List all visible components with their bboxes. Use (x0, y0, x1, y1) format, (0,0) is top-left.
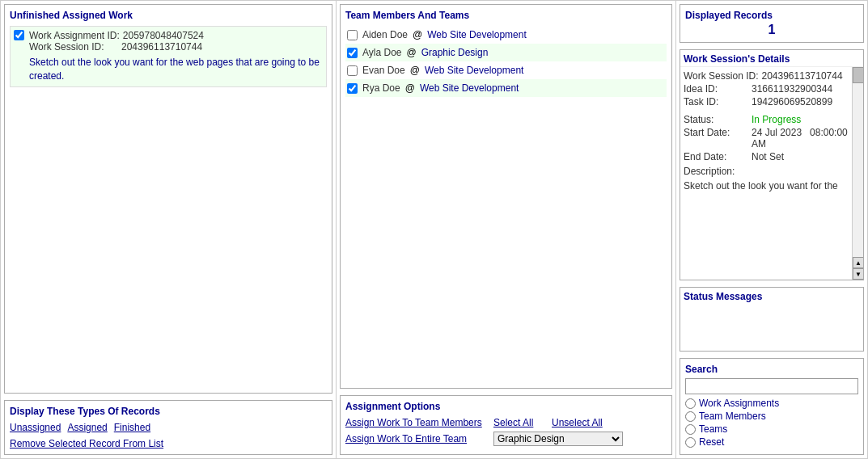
middle-panel: Team Members And Teams Aiden Doe @ Web S… (337, 1, 676, 458)
scrollbar-track[interactable]: ▲ ▼ (852, 67, 863, 280)
radio-work-assignments-input[interactable] (685, 398, 696, 409)
session-end-date-value: Not Set (752, 151, 784, 162)
session-status-row: Status: In Progress (684, 114, 849, 125)
team-members-section: Team Members And Teams Aiden Doe @ Web S… (340, 4, 672, 389)
member-team-3: Web Site Development (420, 82, 519, 94)
member-checkbox-1[interactable] (347, 48, 358, 58)
work-assignment-id: 205978048407524 (123, 30, 204, 41)
work-session-details-section: Work Session's Details Work Session ID: … (680, 49, 864, 280)
session-idea-id-row: Idea ID: 316611932900344 (684, 83, 849, 95)
scrollbar-up-btn[interactable]: ▲ (853, 257, 863, 268)
work-session-label: Work Session ID: (29, 41, 118, 53)
member-name-1: Ayla Doe (362, 47, 401, 58)
session-start-date-value: 24 Jul 2023 08:00:00 AM (752, 127, 849, 149)
assign-work-members-link[interactable]: Assign Work To Team Members (345, 417, 487, 428)
member-at-1: @ (406, 47, 416, 58)
right-panel: Displayed Records 1 Work Session's Detai… (676, 1, 867, 458)
radio-work-assignments: Work Assignments (685, 398, 858, 409)
displayed-records-title: Displayed Records (685, 10, 858, 21)
member-name-2: Evan Doe (362, 65, 405, 76)
work-session-id-value: 204396113710744 (121, 41, 202, 53)
work-session-title: Work Session's Details (680, 50, 863, 67)
left-panel: Unfinished Assigned Work Work Assignment… (1, 1, 337, 458)
unfinished-work-section: Unfinished Assigned Work Work Assignment… (4, 4, 332, 394)
radio-team-members-input[interactable] (685, 411, 696, 422)
member-at-3: @ (405, 82, 415, 94)
session-task-id-label: Task ID: (684, 96, 748, 107)
unselect-all-link[interactable]: Unselect All (552, 417, 603, 428)
record-type-links: Unassigned Assigned Finished (10, 422, 327, 433)
assigned-link[interactable]: Assigned (67, 422, 107, 433)
unassigned-link[interactable]: Unassigned (10, 422, 61, 433)
status-messages-section: Status Messages (680, 287, 864, 352)
member-checkbox-3[interactable] (347, 83, 358, 94)
member-checkbox-0[interactable] (347, 30, 358, 40)
list-item: Aiden Doe @ Web Site Development (345, 26, 667, 44)
work-assignment-row: Work Assignment ID: 205978048407524 (29, 30, 323, 41)
search-title: Search (685, 364, 858, 375)
assign-work-team-link[interactable]: Assign Work To Entire Team (345, 433, 487, 444)
search-section: Search Work Assignments Team Members Tea… (680, 358, 864, 455)
session-description-preview: Sketch out the look you want for the (684, 180, 849, 192)
session-description-label: Description: (684, 166, 735, 177)
member-at-0: @ (413, 29, 422, 40)
session-start-date-label: Start Date: (684, 127, 748, 149)
session-idea-id-label: Idea ID: (684, 83, 748, 95)
radio-team-members: Team Members (685, 411, 858, 422)
assign-members-row: Assign Work To Team Members Select All U… (345, 417, 667, 428)
work-session-scrollable[interactable]: Work Session ID: 204396113710744 Idea ID… (684, 70, 860, 276)
work-item-row: Work Assignment ID: 205978048407524 Work… (14, 30, 323, 83)
session-start-date: 24 Jul 2023 (752, 127, 802, 138)
list-item: Evan Doe @ Web Site Development (345, 61, 667, 79)
display-types-section: Display These Types Of Records Unassigne… (4, 400, 332, 455)
session-status-label: Status: (684, 114, 748, 125)
unfinished-work-title: Unfinished Assigned Work (10, 10, 327, 21)
radio-teams-label: Teams (699, 423, 727, 435)
radio-team-members-label: Team Members (699, 411, 766, 422)
session-start-date-row: Start Date: 24 Jul 2023 08:00:00 AM (684, 127, 849, 149)
list-item: Ayla Doe @ Graphic Design (345, 44, 667, 61)
radio-teams: Teams (685, 423, 858, 435)
session-ws-id-row: Work Session ID: 204396113710744 (684, 70, 849, 82)
remove-selected-link[interactable]: Remove Selected Record From List (10, 438, 327, 449)
display-types-title: Display These Types Of Records (10, 406, 327, 417)
status-messages-title: Status Messages (684, 291, 860, 302)
radio-teams-input[interactable] (685, 424, 696, 435)
radio-reset-label: Reset (699, 436, 724, 448)
work-item-details: Work Assignment ID: 205978048407524 Work… (29, 30, 323, 83)
member-team-2: Web Site Development (425, 65, 524, 76)
displayed-records-section: Displayed Records 1 (680, 4, 864, 43)
session-task-id-row: Task ID: 194296069520899 (684, 96, 849, 107)
scrollbar-down-btn[interactable]: ▼ (853, 268, 863, 280)
assign-team-row: Assign Work To Entire Team Graphic Desig… (345, 432, 667, 446)
assignment-options-title: Assignment Options (345, 401, 667, 412)
work-description: Sketch out the look you want for the web… (29, 56, 323, 83)
select-all-link[interactable]: Select All (493, 417, 533, 428)
session-ws-id-value: 204396113710744 (761, 70, 842, 82)
session-end-date-label: End Date: (684, 151, 748, 162)
member-name-0: Aiden Doe (362, 29, 408, 40)
finished-link[interactable]: Finished (114, 422, 150, 433)
member-checkbox-2[interactable] (347, 65, 358, 76)
team-dropdown[interactable]: Graphic Design Web Site Development (493, 432, 623, 446)
session-idea-id-value: 316611932900344 (752, 83, 832, 95)
work-session-row: Work Session ID: 204396113710744 (29, 41, 323, 53)
radio-work-assignments-label: Work Assignments (699, 398, 779, 409)
member-at-2: @ (410, 65, 420, 76)
work-item-checkbox[interactable] (14, 30, 24, 40)
assignment-options-section: Assignment Options Assign Work To Team M… (340, 395, 672, 455)
list-item: Rya Doe @ Web Site Development (345, 79, 667, 97)
work-session-content: Work Session ID: 204396113710744 Idea ID… (680, 67, 863, 280)
session-ws-id-label: Work Session ID: (684, 70, 758, 82)
member-name-3: Rya Doe (362, 82, 400, 94)
displayed-records-count: 1 (685, 23, 858, 37)
work-assignment-label: Work Assignment ID: (29, 30, 120, 41)
scrollbar-thumb (853, 67, 863, 83)
work-item: Work Assignment ID: 205978048407524 Work… (10, 26, 327, 87)
search-input[interactable] (685, 378, 858, 394)
radio-reset: Reset (685, 436, 858, 448)
team-members-title: Team Members And Teams (345, 10, 667, 21)
radio-reset-input[interactable] (685, 437, 696, 448)
session-status-value: In Progress (752, 114, 801, 125)
session-end-date-row: End Date: Not Set (684, 151, 849, 162)
